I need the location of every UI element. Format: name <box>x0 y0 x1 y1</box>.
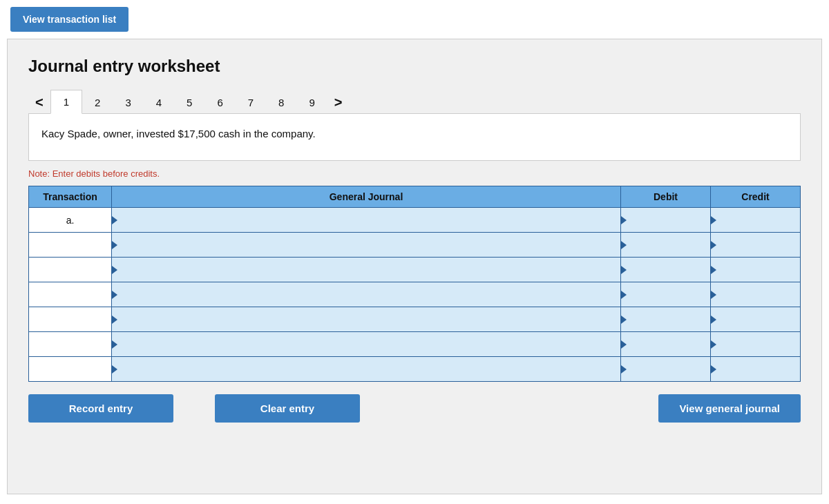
clear-entry-button[interactable]: Clear entry <box>215 394 360 423</box>
col-header-debit: Debit <box>621 186 711 208</box>
transaction-cell-5 <box>29 332 112 357</box>
transaction-cell-3 <box>29 282 112 307</box>
journal-input-3[interactable] <box>115 288 618 302</box>
prev-tab-arrow[interactable]: < <box>28 91 50 114</box>
debit-input-2[interactable] <box>624 263 707 277</box>
transaction-cell-1 <box>29 233 112 258</box>
journal-cell-2[interactable] <box>112 258 621 282</box>
debit-input-5[interactable] <box>624 338 707 351</box>
journal-input-0[interactable] <box>115 213 618 227</box>
debit-cell-2[interactable] <box>621 258 711 282</box>
main-container: Journal entry worksheet < 123456789 > Ka… <box>7 39 822 494</box>
note-text: Note: Enter debits before credits. <box>28 168 801 179</box>
credit-input-1[interactable] <box>714 238 797 252</box>
col-header-general-journal: General Journal <box>112 186 621 208</box>
credit-input-3[interactable] <box>714 288 797 302</box>
journal-cell-1[interactable] <box>112 233 621 258</box>
debit-cell-5[interactable] <box>621 332 711 357</box>
credit-input-6[interactable] <box>714 362 797 376</box>
record-entry-button[interactable]: Record entry <box>28 394 173 423</box>
journal-cell-6[interactable] <box>112 357 621 382</box>
tab-navigation: < 123456789 > <box>28 90 801 114</box>
table-row <box>29 282 801 307</box>
debit-input-3[interactable] <box>624 288 707 302</box>
tab-9[interactable]: 9 <box>296 91 327 114</box>
tab-5[interactable]: 5 <box>174 91 204 114</box>
journal-input-1[interactable] <box>115 238 618 252</box>
debit-input-4[interactable] <box>624 313 707 327</box>
bottom-buttons: Record entry Clear entry View general jo… <box>28 394 801 423</box>
journal-cell-5[interactable] <box>112 332 621 357</box>
credit-input-5[interactable] <box>714 338 797 351</box>
transaction-cell-0: a. <box>29 208 112 233</box>
credit-cell-4[interactable] <box>711 307 801 332</box>
transaction-cell-2 <box>29 258 112 282</box>
table-row <box>29 357 801 382</box>
journal-input-2[interactable] <box>115 263 618 277</box>
credit-cell-6[interactable] <box>711 357 801 382</box>
tab-3[interactable]: 3 <box>113 91 143 114</box>
tab-4[interactable]: 4 <box>144 91 174 114</box>
tab-6[interactable]: 6 <box>204 91 235 114</box>
debit-cell-4[interactable] <box>621 307 711 332</box>
transaction-cell-6 <box>29 357 112 382</box>
credit-cell-3[interactable] <box>711 282 801 307</box>
debit-cell-3[interactable] <box>621 282 711 307</box>
credit-input-4[interactable] <box>714 313 797 327</box>
credit-cell-5[interactable] <box>711 332 801 357</box>
debit-input-6[interactable] <box>624 362 707 376</box>
debit-cell-6[interactable] <box>621 357 711 382</box>
debit-input-0[interactable] <box>624 213 707 227</box>
credit-cell-0[interactable] <box>711 208 801 233</box>
next-tab-arrow[interactable]: > <box>327 91 350 114</box>
credit-cell-2[interactable] <box>711 258 801 282</box>
credit-cell-1[interactable] <box>711 233 801 258</box>
journal-table: Transaction General Journal Debit Credit… <box>28 186 801 382</box>
journal-cell-4[interactable] <box>112 307 621 332</box>
journal-input-6[interactable] <box>115 362 618 376</box>
tab-list: 123456789 <box>50 90 327 114</box>
tab-8[interactable]: 8 <box>266 91 296 114</box>
table-row <box>29 258 801 282</box>
col-header-transaction: Transaction <box>29 186 112 208</box>
view-transaction-button[interactable]: View transaction list <box>10 7 128 32</box>
journal-input-5[interactable] <box>115 338 618 351</box>
journal-cell-0[interactable] <box>112 208 621 233</box>
credit-input-2[interactable] <box>714 263 797 277</box>
table-row: a. <box>29 208 801 233</box>
tab-2[interactable]: 2 <box>82 91 113 114</box>
col-header-credit: Credit <box>711 186 801 208</box>
worksheet-title: Journal entry worksheet <box>28 57 801 76</box>
journal-cell-3[interactable] <box>112 282 621 307</box>
debit-input-1[interactable] <box>624 238 707 252</box>
tab-1[interactable]: 1 <box>50 90 82 114</box>
debit-cell-1[interactable] <box>621 233 711 258</box>
table-row <box>29 307 801 332</box>
table-row <box>29 332 801 357</box>
view-general-journal-button[interactable]: View general journal <box>658 394 801 423</box>
debit-cell-0[interactable] <box>621 208 711 233</box>
transaction-description: Kacy Spade, owner, invested $17,500 cash… <box>28 113 801 161</box>
table-row <box>29 233 801 258</box>
journal-input-4[interactable] <box>115 313 618 327</box>
credit-input-0[interactable] <box>714 213 797 227</box>
transaction-cell-4 <box>29 307 112 332</box>
tab-7[interactable]: 7 <box>236 91 266 114</box>
